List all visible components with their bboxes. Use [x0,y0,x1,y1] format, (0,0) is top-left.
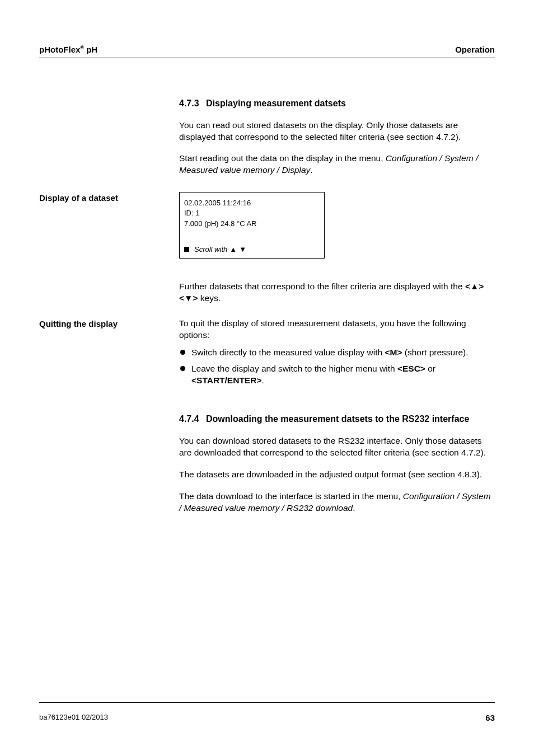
after-box-b: keys. [198,293,220,303]
section-473-p2-a: Start reading out the data on the displa… [179,153,386,163]
quitting-label: Quitting the display [39,318,168,397]
quitting-b2-b: . [261,375,264,385]
quitting-b2-a: Leave the display and switch to the high… [191,364,397,373]
section-474-p2: The datasets are downloaded in the adjus… [179,469,495,481]
header-product-suffix: pH [84,45,97,54]
device-display-box: 02.02.2005 11:24:16 ID: 1 7.000 (pH) 24.… [179,192,325,259]
arrow-up-filled-icon: ▲ [470,281,479,291]
section-474-heading: 4.7.4 Downloading the measurement datset… [179,413,495,425]
key-start-enter: <START/ENTER> [191,375,261,385]
key-down: <▼> [179,293,198,303]
section-474-title: Downloading the measurement datsets to t… [206,413,495,425]
quitting-bullet-1: Switch directly to the measured value di… [179,347,495,359]
device-line-3: 7.000 (pH) 24.8 °C AR [184,219,320,229]
section-473-p2: Start reading out the data on the displa… [179,153,495,176]
quitting-b1-b: (short pressure). [402,348,468,357]
quitting-b1-a: Switch directly to the measured value di… [191,348,385,357]
key-esc: <ESC> [397,364,425,373]
device-scroll-text: Scroll with [194,245,227,255]
quitting-p1: To quit the display of stored measuremen… [179,318,495,341]
after-box-para: Further datasets that correspond to the … [179,281,495,304]
section-473-p2-c: . [310,165,312,175]
quitting-bullets: Switch directly to the measured value di… [179,347,495,387]
display-dataset-label: Display of a dataset [39,192,168,259]
header-section: Operation [455,45,495,54]
footer-page-number: 63 [485,713,495,722]
section-474-p3-a: The data download to the interface is st… [179,491,403,501]
page-footer: ba76123e01 02/2013 63 [39,702,495,722]
section-473-heading: 4.7.3Displaying measurement datsets [179,97,495,110]
device-scroll-hint: Scroll with ▲ ▼ [184,245,320,255]
key-m: <M> [385,348,402,357]
section-473-p1: You can read out stored datasets on the … [179,120,495,143]
header-product-super: ® [80,45,84,50]
device-line-1: 02.02.2005 11:24:16 [184,198,320,208]
page-header: pHotoFlex® pH Operation [39,45,495,58]
section-474-p1: You can download stored datasets to the … [179,435,495,459]
section-474-p3-b: . [353,503,355,513]
header-product-prefix: pHotoFlex [39,45,80,54]
device-line-2: ID: 1 [184,208,320,218]
section-474-num: 4.7.4 [179,413,206,425]
arrow-up-outline-icon: ▲ [229,245,237,255]
footer-left: ba76123e01 02/2013 [39,713,108,722]
arrow-down-filled-icon: ▼ [239,245,246,255]
key-up: <▲> [465,281,484,291]
section-474-p3: The data download to the interface is st… [179,491,495,514]
quitting-bullet-2: Leave the display and switch to the high… [179,363,495,387]
after-box-a: Further datasets that correspond to the … [179,281,465,291]
square-bullet-icon [184,247,189,252]
section-473-title: Displaying measurement datsets [206,98,346,108]
arrow-down-filled-icon-2: ▼ [184,293,193,303]
header-product: pHotoFlex® pH [39,45,97,54]
quitting-b2-mid: or [425,364,435,373]
section-473-num: 4.7.3 [179,97,206,110]
